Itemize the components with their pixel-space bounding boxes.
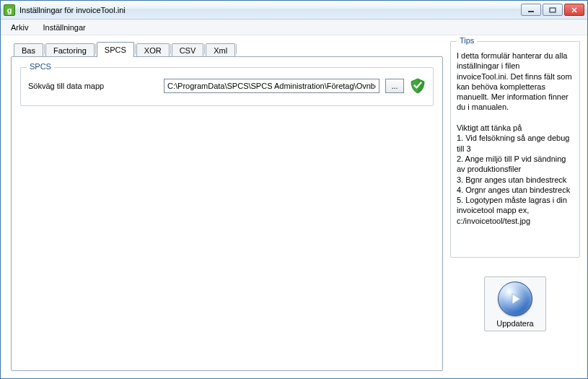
close-icon <box>571 7 578 13</box>
browse-button[interactable]: ... <box>385 79 404 93</box>
update-area: Uppdatera <box>450 276 580 331</box>
svg-rect-0 <box>528 11 534 12</box>
window-title: Inställningar för invoiceTool.ini <box>19 6 517 14</box>
window-buttons <box>521 4 584 16</box>
main-panel: Bas Factoring SPCS XOR CSV Xml SPCS Sökv… <box>11 41 443 371</box>
maximize-button[interactable] <box>543 4 563 16</box>
tab-csv[interactable]: CSV <box>172 43 204 57</box>
tips-text: I detta formulär hanterar du alla instäl… <box>457 51 574 226</box>
tips-legend: Tips <box>457 36 477 45</box>
tab-separator <box>135 44 136 54</box>
tips-groupbox: Tips I detta formulär hanterar du alla i… <box>450 41 580 258</box>
play-icon <box>498 282 532 316</box>
app-icon: g <box>4 4 15 16</box>
tab-xor[interactable]: XOR <box>136 43 170 57</box>
menu-arkiv[interactable]: Arkiv <box>5 22 34 33</box>
svg-marker-4 <box>512 294 520 304</box>
maximize-icon <box>549 7 556 13</box>
close-button[interactable] <box>564 4 584 16</box>
update-button[interactable]: Uppdatera <box>484 276 546 331</box>
tab-separator <box>170 44 171 54</box>
spcs-path-label: Sökväg till data mapp <box>28 82 158 90</box>
titlebar: g Inställningar för invoiceTool.ini <box>1 1 587 19</box>
client-area: Bas Factoring SPCS XOR CSV Xml SPCS Sökv… <box>1 35 587 378</box>
tab-separator <box>204 44 205 54</box>
spcs-path-row: Sökväg till data mapp ... <box>28 78 426 94</box>
update-label: Uppdatera <box>496 319 533 328</box>
svg-rect-1 <box>550 8 556 12</box>
tab-factoring[interactable]: Factoring <box>45 43 95 57</box>
tab-bas[interactable]: Bas <box>14 43 43 57</box>
validation-ok-icon <box>410 78 426 94</box>
tab-separator <box>95 44 96 54</box>
app-window: g Inställningar för invoiceTool.ini Arki… <box>0 0 588 379</box>
tab-panel-spcs: SPCS Sökväg till data mapp ... <box>11 56 443 371</box>
tab-separator <box>44 44 45 54</box>
spcs-path-input[interactable] <box>164 79 379 93</box>
minimize-icon <box>527 7 535 13</box>
minimize-button[interactable] <box>521 4 541 16</box>
tab-spcs[interactable]: SPCS <box>97 42 134 57</box>
tab-strip: Bas Factoring SPCS XOR CSV Xml <box>11 41 443 57</box>
tab-separator <box>236 44 237 54</box>
menu-installningar[interactable]: Inställningar <box>37 22 91 33</box>
tab-xml[interactable]: Xml <box>206 43 235 57</box>
menubar: Arkiv Inställningar <box>1 19 587 35</box>
spcs-groupbox: SPCS Sökväg till data mapp ... <box>20 67 434 106</box>
right-panel: Tips I detta formulär hanterar du alla i… <box>450 41 580 371</box>
spcs-legend: SPCS <box>27 62 54 71</box>
